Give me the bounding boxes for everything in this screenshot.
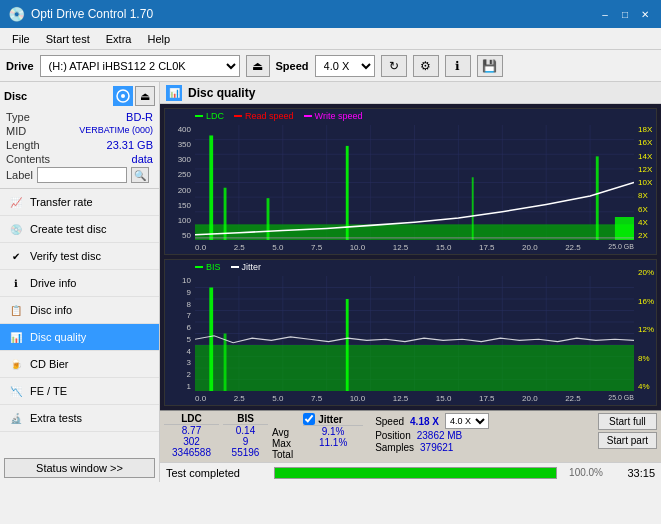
svg-rect-20 bbox=[209, 135, 213, 240]
disc-icon[interactable] bbox=[113, 86, 133, 106]
svg-rect-26 bbox=[615, 217, 634, 240]
jitter-header: Jitter bbox=[318, 414, 342, 425]
sidebar-item-extra-tests[interactable]: 🔬 Extra tests bbox=[0, 405, 159, 432]
chart1-y-axis-left: 400 350 300 250 200 150 100 50 bbox=[165, 109, 195, 254]
bis-avg: 0.14 bbox=[223, 425, 268, 436]
status-bar: Test completed 100.0% 33:15 bbox=[160, 462, 661, 482]
svg-rect-21 bbox=[224, 188, 227, 240]
chart2: BIS Jitter 10 9 8 7 6 5 4 bbox=[164, 259, 657, 406]
disc-quality-icon: 📊 bbox=[8, 329, 24, 345]
chart1-legend: LDC Read speed Write speed bbox=[195, 111, 362, 121]
drive-info-icon: ℹ bbox=[8, 275, 24, 291]
start-full-button[interactable]: Start full bbox=[598, 413, 657, 430]
sidebar-item-drive-info[interactable]: ℹ Drive info bbox=[0, 270, 159, 297]
save-button[interactable]: 💾 bbox=[477, 55, 503, 77]
jitter-header-row: Jitter bbox=[303, 413, 363, 426]
legend-ldc: LDC bbox=[195, 111, 224, 121]
samples-label: Samples bbox=[375, 442, 414, 453]
disc-mid-row: MID VERBATIMe (000) bbox=[4, 124, 155, 138]
title-bar: 💿 Opti Drive Control 1.70 – □ ✕ bbox=[0, 0, 661, 28]
eject-button[interactable]: ⏏ bbox=[246, 55, 270, 77]
label-search-button[interactable]: 🔍 bbox=[131, 167, 149, 183]
stats-right-col: Speed 4.18 X 4.0 X Position 23862 MB Sam… bbox=[375, 413, 489, 460]
legend-bis: BIS bbox=[195, 262, 221, 272]
svg-point-1 bbox=[121, 94, 125, 98]
ldc-avg: 8.77 bbox=[164, 425, 219, 436]
speed-stat-label: Speed bbox=[375, 416, 404, 427]
bis-max: 9 bbox=[223, 436, 268, 447]
chart2-svg bbox=[195, 276, 634, 391]
legend-write-speed: Write speed bbox=[304, 111, 363, 121]
drive-label: Drive bbox=[6, 60, 34, 72]
sidebar-item-create-test-disc[interactable]: 💿 Create test disc bbox=[0, 216, 159, 243]
speed-select[interactable]: 4.0 X bbox=[315, 55, 375, 77]
settings-button[interactable]: ⚙ bbox=[413, 55, 439, 77]
minimize-button[interactable]: – bbox=[597, 6, 613, 22]
ldc-header: LDC bbox=[164, 413, 219, 425]
maximize-button[interactable]: □ bbox=[617, 6, 633, 22]
disc-section-title: Disc bbox=[4, 90, 27, 102]
bis-total: 55196 bbox=[223, 447, 268, 458]
svg-rect-47 bbox=[209, 288, 213, 392]
samples-val: 379621 bbox=[420, 442, 453, 453]
stats-bar: LDC 8.77 302 3346588 BIS 0.14 9 55196 Av… bbox=[160, 410, 661, 462]
position-val: 23862 MB bbox=[417, 430, 463, 441]
progress-pct: 100.0% bbox=[565, 467, 607, 478]
status-window-button[interactable]: Status window >> bbox=[4, 458, 155, 478]
svg-rect-46 bbox=[195, 345, 634, 391]
close-button[interactable]: ✕ bbox=[637, 6, 653, 22]
menu-start-test[interactable]: Start test bbox=[38, 31, 98, 47]
sidebar-item-fe-te[interactable]: 📉 FE / TE bbox=[0, 378, 159, 405]
position-label: Position bbox=[375, 430, 411, 441]
disc-eject-icon[interactable]: ⏏ bbox=[135, 86, 155, 106]
max-label: Max bbox=[272, 438, 293, 449]
position-row: Position 23862 MB bbox=[375, 430, 489, 441]
disc-length-row: Length 23.31 GB bbox=[4, 138, 155, 152]
charts-area: LDC Read speed Write speed 400 350 bbox=[160, 104, 661, 410]
samples-row: Samples 379621 bbox=[375, 442, 489, 453]
sidebar-item-disc-quality[interactable]: 📊 Disc quality bbox=[0, 324, 159, 351]
app-title: Opti Drive Control 1.70 bbox=[31, 7, 153, 21]
speed-label: Speed bbox=[276, 60, 309, 72]
jitter-checkbox[interactable] bbox=[303, 413, 315, 425]
sidebar-item-verify-test-disc[interactable]: ✔ Verify test disc bbox=[0, 243, 159, 270]
svg-rect-25 bbox=[596, 156, 599, 240]
info-button[interactable]: ℹ bbox=[445, 55, 471, 77]
menu-file[interactable]: File bbox=[4, 31, 38, 47]
legend-read-speed: Read speed bbox=[234, 111, 294, 121]
stats-ldc-col: LDC 8.77 302 3346588 bbox=[164, 413, 219, 460]
jitter-avg: 9.1% bbox=[303, 426, 363, 437]
chart1-area bbox=[195, 125, 634, 240]
chart2-y-axis-left: 10 9 8 7 6 5 4 3 2 1 bbox=[165, 260, 195, 405]
disc-quality-header-icon: 📊 bbox=[166, 85, 182, 101]
chart1-x-axis: 0.0 2.5 5.0 7.5 10.0 12.5 15.0 17.5 20.0… bbox=[195, 243, 634, 252]
ldc-max: 302 bbox=[164, 436, 219, 447]
disc-type-row: Type BD-R bbox=[4, 110, 155, 124]
app-icon: 💿 bbox=[8, 6, 25, 22]
status-text: Test completed bbox=[166, 467, 266, 479]
chart2-legend: BIS Jitter bbox=[195, 262, 261, 272]
extra-tests-icon: 🔬 bbox=[8, 410, 24, 426]
disc-quality-header: 📊 Disc quality bbox=[160, 82, 661, 104]
menu-bar: File Start test Extra Help bbox=[0, 28, 661, 50]
sidebar-item-cd-bier[interactable]: 🍺 CD Bier bbox=[0, 351, 159, 378]
create-disc-icon: 💿 bbox=[8, 221, 24, 237]
sidebar-item-disc-info[interactable]: 📋 Disc info bbox=[0, 297, 159, 324]
svg-rect-49 bbox=[346, 299, 349, 391]
speed-stat-select[interactable]: 4.0 X bbox=[445, 413, 489, 429]
main-layout: Disc ⏏ Type BD-R MID VERBATIMe (000) Len… bbox=[0, 82, 661, 482]
drive-bar: Drive (H:) ATAPI iHBS112 2 CL0K ⏏ Speed … bbox=[0, 50, 661, 82]
sidebar-item-transfer-rate[interactable]: 📈 Transfer rate bbox=[0, 189, 159, 216]
start-part-button[interactable]: Start part bbox=[598, 432, 657, 449]
svg-rect-22 bbox=[267, 198, 270, 240]
chart1-svg bbox=[195, 125, 634, 240]
transfer-rate-icon: 📈 bbox=[8, 194, 24, 210]
menu-extra[interactable]: Extra bbox=[98, 31, 140, 47]
menu-help[interactable]: Help bbox=[139, 31, 178, 47]
drive-select[interactable]: (H:) ATAPI iHBS112 2 CL0K bbox=[40, 55, 240, 77]
sidebar: Disc ⏏ Type BD-R MID VERBATIMe (000) Len… bbox=[0, 82, 160, 482]
label-input[interactable] bbox=[37, 167, 127, 183]
jitter-max: 11.1% bbox=[303, 437, 363, 448]
speed-row: Speed 4.18 X 4.0 X bbox=[375, 413, 489, 429]
refresh-button[interactable]: ↻ bbox=[381, 55, 407, 77]
